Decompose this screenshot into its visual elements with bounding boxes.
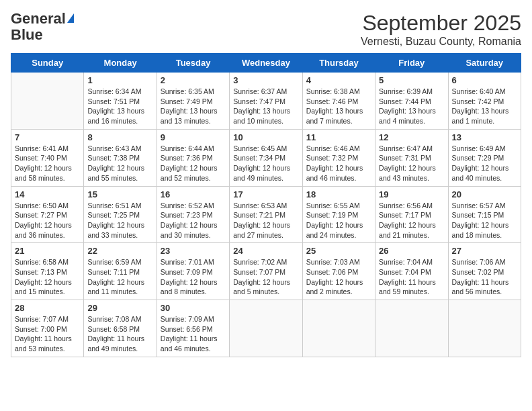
calendar-cell: 21Sunrise: 6:58 AMSunset: 7:13 PMDayligh… bbox=[11, 243, 84, 300]
calendar-cell bbox=[230, 300, 302, 357]
day-info: Sunrise: 6:45 AMSunset: 7:34 PMDaylight:… bbox=[233, 144, 298, 183]
day-info: Sunrise: 7:08 AMSunset: 6:58 PMDaylight:… bbox=[87, 314, 152, 354]
day-info: Sunrise: 6:50 AMSunset: 7:27 PMDaylight:… bbox=[15, 201, 80, 240]
day-info: Sunrise: 7:04 AMSunset: 7:04 PMDaylight:… bbox=[379, 257, 444, 297]
day-header-wednesday: Wednesday bbox=[230, 54, 302, 73]
month-year-title: September 2025 bbox=[361, 11, 521, 36]
day-number: 21 bbox=[15, 246, 80, 256]
calendar-cell: 17Sunrise: 6:53 AMSunset: 7:21 PMDayligh… bbox=[230, 186, 302, 243]
calendar-cell: 22Sunrise: 6:59 AMSunset: 7:11 PMDayligh… bbox=[84, 243, 157, 300]
calendar-cell: 10Sunrise: 6:45 AMSunset: 7:34 PMDayligh… bbox=[230, 129, 302, 186]
calendar-week-row: 14Sunrise: 6:50 AMSunset: 7:27 PMDayligh… bbox=[11, 186, 521, 243]
day-number: 22 bbox=[87, 246, 152, 256]
day-number: 16 bbox=[161, 189, 226, 199]
calendar-cell: 24Sunrise: 7:02 AMSunset: 7:07 PMDayligh… bbox=[230, 243, 302, 300]
day-info: Sunrise: 6:52 AMSunset: 7:23 PMDaylight:… bbox=[161, 201, 226, 240]
day-info: Sunrise: 7:06 AMSunset: 7:02 PMDaylight:… bbox=[452, 257, 517, 297]
calendar-cell: 30Sunrise: 7:09 AMSunset: 6:56 PMDayligh… bbox=[157, 300, 229, 357]
day-info: Sunrise: 6:51 AMSunset: 7:25 PMDaylight:… bbox=[87, 201, 152, 240]
calendar-cell: 8Sunrise: 6:43 AMSunset: 7:38 PMDaylight… bbox=[84, 129, 157, 186]
day-number: 17 bbox=[233, 189, 298, 199]
day-info: Sunrise: 6:39 AMSunset: 7:44 PMDaylight:… bbox=[379, 87, 444, 126]
day-info: Sunrise: 6:58 AMSunset: 7:13 PMDaylight:… bbox=[15, 257, 80, 297]
calendar-cell: 18Sunrise: 6:55 AMSunset: 7:19 PMDayligh… bbox=[302, 186, 375, 243]
day-info: Sunrise: 6:53 AMSunset: 7:21 PMDaylight:… bbox=[233, 201, 298, 240]
day-info: Sunrise: 6:34 AMSunset: 7:51 PMDaylight:… bbox=[87, 87, 152, 126]
day-info: Sunrise: 6:35 AMSunset: 7:49 PMDaylight:… bbox=[161, 87, 226, 126]
day-info: Sunrise: 6:56 AMSunset: 7:17 PMDaylight:… bbox=[379, 201, 444, 240]
day-number: 29 bbox=[87, 303, 152, 313]
day-number: 20 bbox=[452, 189, 517, 199]
day-number: 14 bbox=[15, 189, 80, 199]
day-number: 13 bbox=[452, 132, 517, 142]
day-info: Sunrise: 7:01 AMSunset: 7:09 PMDaylight:… bbox=[161, 257, 226, 297]
calendar-cell: 23Sunrise: 7:01 AMSunset: 7:09 PMDayligh… bbox=[157, 243, 229, 300]
location-subtitle: Vernesti, Buzau County, Romania bbox=[361, 36, 521, 48]
calendar-cell: 3Sunrise: 6:37 AMSunset: 7:47 PMDaylight… bbox=[230, 73, 302, 130]
day-number: 6 bbox=[452, 75, 517, 85]
logo-text-blue: Blue bbox=[11, 27, 43, 43]
day-info: Sunrise: 6:57 AMSunset: 7:15 PMDaylight:… bbox=[452, 201, 517, 240]
day-number: 3 bbox=[233, 75, 298, 85]
day-info: Sunrise: 6:47 AMSunset: 7:31 PMDaylight:… bbox=[379, 144, 444, 183]
calendar-cell bbox=[375, 300, 448, 357]
calendar-cell: 1Sunrise: 6:34 AMSunset: 7:51 PMDaylight… bbox=[84, 73, 157, 130]
calendar-cell: 12Sunrise: 6:47 AMSunset: 7:31 PMDayligh… bbox=[375, 129, 448, 186]
day-info: Sunrise: 6:38 AMSunset: 7:46 PMDaylight:… bbox=[306, 87, 371, 126]
calendar-cell: 5Sunrise: 6:39 AMSunset: 7:44 PMDaylight… bbox=[375, 73, 448, 130]
day-info: Sunrise: 6:41 AMSunset: 7:40 PMDaylight:… bbox=[15, 144, 80, 183]
day-number: 30 bbox=[161, 303, 226, 313]
calendar-cell: 16Sunrise: 6:52 AMSunset: 7:23 PMDayligh… bbox=[157, 186, 229, 243]
day-number: 12 bbox=[379, 132, 444, 142]
day-number: 10 bbox=[233, 132, 298, 142]
calendar-cell: 4Sunrise: 6:38 AMSunset: 7:46 PMDaylight… bbox=[302, 73, 375, 130]
day-number: 15 bbox=[87, 189, 152, 199]
day-number: 11 bbox=[306, 132, 371, 142]
day-number: 9 bbox=[161, 132, 226, 142]
day-number: 19 bbox=[379, 189, 444, 199]
page-header: General Blue September 2025 Vernesti, Bu… bbox=[11, 11, 521, 48]
day-number: 8 bbox=[87, 132, 152, 142]
calendar-week-row: 21Sunrise: 6:58 AMSunset: 7:13 PMDayligh… bbox=[11, 243, 521, 300]
logo-text-general: General bbox=[11, 11, 74, 27]
calendar-cell: 25Sunrise: 7:03 AMSunset: 7:06 PMDayligh… bbox=[302, 243, 375, 300]
day-info: Sunrise: 7:09 AMSunset: 6:56 PMDaylight:… bbox=[161, 314, 226, 354]
day-header-sunday: Sunday bbox=[11, 54, 84, 73]
calendar-week-row: 28Sunrise: 7:07 AMSunset: 7:00 PMDayligh… bbox=[11, 300, 521, 357]
day-info: Sunrise: 7:02 AMSunset: 7:07 PMDaylight:… bbox=[233, 257, 298, 297]
day-number: 7 bbox=[15, 132, 80, 142]
day-info: Sunrise: 6:40 AMSunset: 7:42 PMDaylight:… bbox=[452, 87, 517, 126]
calendar-cell: 9Sunrise: 6:44 AMSunset: 7:36 PMDaylight… bbox=[157, 129, 229, 186]
day-number: 28 bbox=[15, 303, 80, 313]
day-info: Sunrise: 6:46 AMSunset: 7:32 PMDaylight:… bbox=[306, 144, 371, 183]
day-number: 5 bbox=[379, 75, 444, 85]
calendar-header-row: SundayMondayTuesdayWednesdayThursdayFrid… bbox=[11, 54, 521, 73]
day-info: Sunrise: 6:44 AMSunset: 7:36 PMDaylight:… bbox=[161, 144, 226, 183]
day-header-saturday: Saturday bbox=[448, 54, 521, 73]
day-info: Sunrise: 6:49 AMSunset: 7:29 PMDaylight:… bbox=[452, 144, 517, 183]
calendar-cell: 2Sunrise: 6:35 AMSunset: 7:49 PMDaylight… bbox=[157, 73, 229, 130]
calendar-cell bbox=[302, 300, 375, 357]
calendar-cell: 27Sunrise: 7:06 AMSunset: 7:02 PMDayligh… bbox=[448, 243, 521, 300]
calendar-cell bbox=[11, 73, 84, 130]
calendar-cell bbox=[448, 300, 521, 357]
day-number: 4 bbox=[306, 75, 371, 85]
calendar-cell: 6Sunrise: 6:40 AMSunset: 7:42 PMDaylight… bbox=[448, 73, 521, 130]
day-number: 26 bbox=[379, 246, 444, 256]
calendar-cell: 11Sunrise: 6:46 AMSunset: 7:32 PMDayligh… bbox=[302, 129, 375, 186]
calendar-cell: 7Sunrise: 6:41 AMSunset: 7:40 PMDaylight… bbox=[11, 129, 84, 186]
calendar-table: SundayMondayTuesdayWednesdayThursdayFrid… bbox=[11, 53, 521, 357]
day-info: Sunrise: 6:37 AMSunset: 7:47 PMDaylight:… bbox=[233, 87, 298, 126]
calendar-cell: 29Sunrise: 7:08 AMSunset: 6:58 PMDayligh… bbox=[84, 300, 157, 357]
day-info: Sunrise: 7:03 AMSunset: 7:06 PMDaylight:… bbox=[306, 257, 371, 297]
day-info: Sunrise: 6:55 AMSunset: 7:19 PMDaylight:… bbox=[306, 201, 371, 240]
day-number: 27 bbox=[452, 246, 517, 256]
day-number: 25 bbox=[306, 246, 371, 256]
day-header-friday: Friday bbox=[375, 54, 448, 73]
day-number: 24 bbox=[233, 246, 298, 256]
title-block: September 2025 Vernesti, Buzau County, R… bbox=[361, 11, 521, 48]
day-info: Sunrise: 6:43 AMSunset: 7:38 PMDaylight:… bbox=[87, 144, 152, 183]
calendar-cell: 13Sunrise: 6:49 AMSunset: 7:29 PMDayligh… bbox=[448, 129, 521, 186]
calendar-cell: 14Sunrise: 6:50 AMSunset: 7:27 PMDayligh… bbox=[11, 186, 84, 243]
calendar-cell: 15Sunrise: 6:51 AMSunset: 7:25 PMDayligh… bbox=[84, 186, 157, 243]
